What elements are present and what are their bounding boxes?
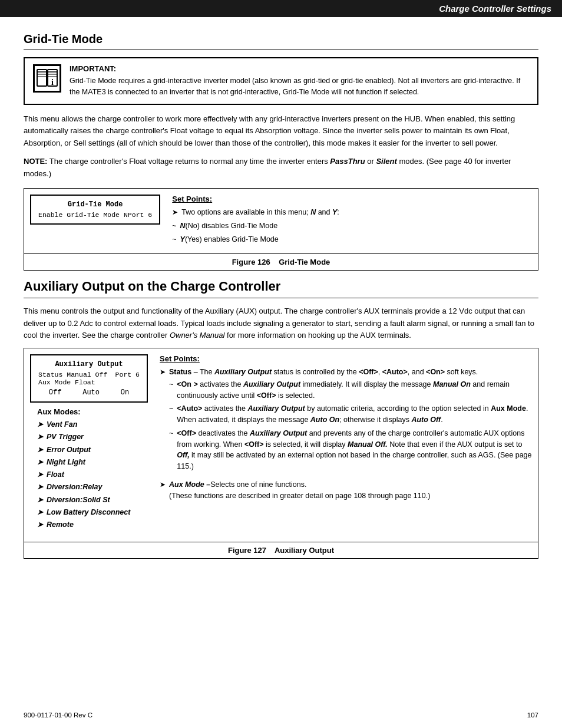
- screen-title: Grid-Tie Mode: [38, 200, 152, 209]
- float-label: Float: [47, 469, 64, 481]
- setpoints-sublist-126: ~ N(No) disables Grid-Tie Mode ~ Y(Yes) …: [172, 220, 532, 245]
- figure-126-caption: Figure 126 Grid-Tie Mode: [24, 253, 538, 270]
- diversion-relay-label: Diversion:Relay: [47, 481, 102, 493]
- screen-row-1: Enable Grid-Tie Mode N Port 6: [38, 211, 152, 219]
- figure-126-title: Grid-Tie Mode: [279, 258, 330, 266]
- figure-126-number: Figure 126: [232, 258, 270, 266]
- aux-mode-item-diversion-relay: ➤Diversion:Relay: [37, 481, 141, 493]
- sublist-item-1: ~ N(No) disables Grid-Tie Mode: [172, 220, 532, 232]
- arrow-status: ➤: [160, 367, 166, 377]
- aux-modes-section: Aux Modes: ➤Vent Fan ➤PV Trigger ➤Error …: [30, 403, 148, 536]
- tilde-2: ~: [172, 234, 176, 245]
- arrow-div-solid: ➤: [37, 494, 43, 506]
- setpoints-title-126: Set Points:: [172, 195, 532, 203]
- figure-127-caption: Figure 127 Auxiliary Output: [24, 542, 538, 558]
- note-body: The charge controller's Float voltage re…: [49, 157, 330, 166]
- low-battery-label: Low Battery Disconnect: [47, 506, 130, 519]
- figure-126-content: Grid-Tie Mode Enable Grid-Tie Mode N Por…: [24, 189, 538, 253]
- night-light-label: Night Light: [47, 456, 85, 469]
- aux-mode-item-remote: ➤Remote: [37, 519, 141, 531]
- grid-tie-note: NOTE: The charge controller's Float volt…: [24, 156, 538, 180]
- arrow-auxmode: ➤: [160, 479, 166, 490]
- footer-right: 107: [527, 711, 538, 719]
- aux-screen-row1-port: Port 6: [115, 371, 140, 378]
- important-icon: i: [33, 64, 61, 93]
- status-subitems: ~ <On > activates the Auxiliary Output i…: [169, 379, 532, 472]
- aux-output-screen: Auxiliary Output Status Manual Off Port …: [30, 354, 148, 403]
- svg-rect-0: [37, 70, 47, 86]
- aux-mode-item-pv-trigger: ➤PV Trigger: [37, 431, 141, 443]
- on-text: <On > activates the Auxiliary Output imm…: [177, 379, 532, 401]
- status-on-item: ~ <On > activates the Auxiliary Output i…: [169, 379, 532, 401]
- important-label: IMPORTANT:: [70, 64, 529, 73]
- tilde-off: ~: [169, 428, 173, 439]
- aux-mode-item-error-output: ➤Error Output: [37, 444, 141, 456]
- page-header: Charge Controller Settings: [0, 0, 562, 17]
- aux-output-body: This menu controls the output and functi…: [24, 305, 538, 342]
- arrow-remote: ➤: [37, 519, 43, 531]
- section-divider-1: [24, 50, 538, 50]
- sublist-item-2: ~ Y(Yes) enables Grid-Tie Mode: [172, 234, 532, 245]
- setpoints-status-item: ➤ Status – The Auxiliary Output status i…: [160, 367, 532, 475]
- important-body: Grid-Tie Mode requires a grid-interactiv…: [70, 75, 529, 98]
- aux-screen-row2: Aux Mode Float: [38, 378, 95, 386]
- tilde-on: ~: [169, 379, 173, 390]
- arrow-float: ➤: [37, 469, 43, 480]
- aux-modes-title: Aux Modes:: [37, 407, 141, 416]
- aux-output-title: Auxiliary Output on the Charge Controlle…: [24, 279, 538, 294]
- auxmode-content: Aux Mode –Selects one of nine functions.…: [169, 479, 430, 502]
- note-or: or: [365, 157, 376, 166]
- status-off-item: ~ <Off> deactivates the Auxiliary Output…: [169, 428, 532, 472]
- arrow-error: ➤: [37, 444, 43, 456]
- btn-on: On: [121, 388, 129, 397]
- auto-text: <Auto> activates the Auxiliary Output by…: [177, 403, 532, 426]
- arrow-low-battery: ➤: [37, 506, 43, 518]
- figure-126-setpoints: Set Points: ➤ Two options are available …: [172, 195, 532, 247]
- diversion-solid-label: Diversion:Solid St: [47, 494, 110, 506]
- book-icon: i: [36, 67, 58, 90]
- auxmode-text: Aux Mode –Selects one of nine functions.…: [169, 480, 430, 500]
- arrow-div-relay: ➤: [37, 481, 43, 493]
- subitem-1-text: N(No) disables Grid-Tie Mode: [180, 220, 278, 232]
- setpoints-item-text: Two options are available in this menu; …: [181, 207, 339, 218]
- header-title: Charge Controller Settings: [439, 4, 551, 14]
- setpoints-item-1: ➤ Two options are available in this menu…: [172, 207, 532, 218]
- note-label: NOTE:: [24, 157, 47, 166]
- figure-127-number: Figure 127: [228, 546, 266, 555]
- subitem-2-text: Y(Yes) enables Grid-Tie Mode: [180, 234, 279, 245]
- vent-fan-label: Vent Fan: [47, 419, 77, 431]
- setpoints-list-126: ➤ Two options are available in this menu…: [172, 207, 532, 245]
- status-content: Status – The Auxiliary Output status is …: [169, 367, 532, 475]
- grid-tie-mode-title: Grid-Tie Mode: [24, 32, 538, 46]
- aux-mode-item-diversion-solid: ➤Diversion:Solid St: [37, 494, 141, 506]
- figure-126-box: Grid-Tie Mode Enable Grid-Tie Mode N Por…: [24, 188, 538, 270]
- note-passthru: PassThru: [330, 157, 365, 166]
- aux-mode-item-low-battery: ➤Low Battery Disconnect: [37, 506, 141, 519]
- important-text-block: IMPORTANT: Grid-Tie Mode requires a grid…: [70, 64, 529, 98]
- arrow-night: ➤: [37, 456, 43, 468]
- important-box: i IMPORTANT: Grid-Tie Mode requires a gr…: [24, 57, 538, 105]
- pv-trigger-label: PV Trigger: [47, 431, 84, 443]
- error-output-label: Error Output: [47, 444, 91, 456]
- aux-mode-item-float: ➤Float: [37, 469, 141, 481]
- grid-tie-body: This menu allows the charge controller t…: [24, 113, 538, 150]
- figure-127-setpoints: Set Points: ➤ Status – The Auxiliary Out…: [160, 354, 532, 503]
- footer-left: 900-0117-01-00 Rev C: [24, 711, 92, 719]
- svg-rect-1: [48, 70, 57, 86]
- figure-126-screen-area: Grid-Tie Mode Enable Grid-Tie Mode N Por…: [30, 195, 160, 247]
- aux-screen-row-2: Aux Mode Float: [38, 378, 140, 386]
- aux-mode-item-vent-fan: ➤Vent Fan: [37, 419, 141, 431]
- aux-screen-row-1: Status Manual Off Port 6: [38, 371, 140, 378]
- setpoints-title-127: Set Points:: [160, 354, 532, 363]
- screen-port-label: Port 6: [128, 211, 152, 219]
- btn-off: Off: [49, 388, 62, 397]
- aux-modes-list: ➤Vent Fan ➤PV Trigger ➤Error Output ➤Nig…: [37, 419, 141, 531]
- tilde-1: ~: [172, 220, 176, 232]
- tilde-auto: ~: [169, 403, 173, 414]
- btn-auto: Auto: [82, 388, 100, 397]
- status-auto-item: ~ <Auto> activates the Auxiliary Output …: [169, 403, 532, 426]
- figure-127-content: Auxiliary Output Status Manual Off Port …: [24, 348, 538, 542]
- aux-screen-title: Auxiliary Output: [38, 360, 140, 368]
- figure-127-left: Auxiliary Output Status Manual Off Port …: [30, 354, 148, 536]
- aux-screen-row1-label: Status Manual Off: [38, 371, 107, 378]
